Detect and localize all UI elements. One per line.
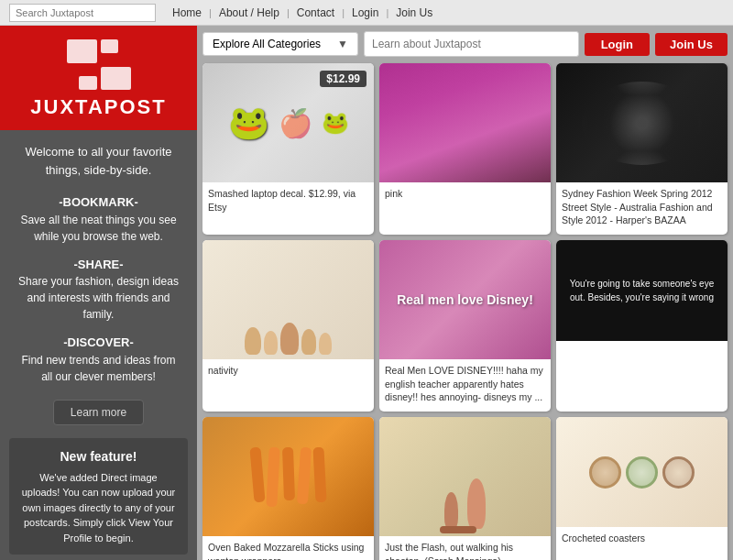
- post-image-laptop: 🐸 🍎 🐸 $12.99: [202, 63, 374, 182]
- post-caption-crochet: Crocheted coasters: [556, 527, 728, 547]
- sidebar-share-title: -SHARE-: [16, 256, 181, 274]
- sidebar-share-section: -SHARE- Share your fashion, design ideas…: [0, 250, 197, 329]
- join-us-button[interactable]: Join Us: [655, 33, 728, 56]
- nav-join-us[interactable]: Join Us: [388, 6, 440, 19]
- nav-contact[interactable]: Contact: [290, 6, 342, 19]
- post-caption-fashion: Sydney Fashion Week Spring 2012 Street S…: [556, 182, 728, 229]
- logo-cell-br: [101, 67, 131, 91]
- post-caption-disney: Real Men LOVE DISNEY!!!! haha my english…: [379, 359, 551, 406]
- content-area: Explore All Categories ▼ Login Join Us 🐸…: [197, 26, 733, 560]
- posts-grid: 🐸 🍎 🐸 $12.99 Smashed laptop decal. $12.9…: [202, 63, 728, 560]
- post-card-pink-hair[interactable]: pink: [379, 63, 551, 235]
- post-card-movie[interactable]: You're going to take someone's eye out. …: [556, 240, 728, 412]
- sidebar-bookmark-title: -BOOKMARK-: [16, 193, 181, 212]
- post-caption-pink-hair: pink: [379, 182, 551, 203]
- post-image-pink-hair: [379, 63, 551, 182]
- sidebar-discover-section: -DISCOVER- Find new trends and ideas fro…: [0, 328, 197, 390]
- sidebar: JUXTAPOST Welcome to all your favorite t…: [0, 26, 197, 560]
- top-nav: Home | About / Help | Contact | Login | …: [165, 6, 440, 19]
- nav-home[interactable]: Home: [165, 6, 209, 19]
- price-badge: $12.99: [320, 71, 366, 87]
- logo-area: JUXTAPOST: [0, 26, 197, 130]
- post-image-disney: Real men love Disney!: [379, 240, 551, 359]
- search-wrapper: [9, 4, 156, 22]
- new-feature-box: New feature! We've added Direct image up…: [9, 438, 188, 555]
- movie-quote-text: You're going to take someone's eye out. …: [556, 268, 728, 313]
- logo-cell-tr: [101, 39, 119, 53]
- post-caption-mozzarella: Oven Baked Mozzarella Sticks using wonto…: [202, 536, 374, 560]
- dropdown-arrow-icon: ▼: [337, 38, 348, 50]
- sidebar-bookmark-desc: Save all the neat things you see while y…: [16, 212, 181, 245]
- logo-cell-bl: [79, 76, 97, 90]
- new-feature-desc: We've added Direct image uploads! You ca…: [20, 470, 177, 546]
- logo-text: JUXTAPOST: [30, 95, 166, 119]
- post-image-fashion: [556, 63, 728, 182]
- post-image-crochet: [556, 417, 728, 527]
- sidebar-discover-desc: Find new trends and ideas from all our c…: [16, 352, 181, 385]
- nav-about-help[interactable]: About / Help: [212, 6, 287, 19]
- login-button[interactable]: Login: [585, 33, 650, 56]
- post-card-fashion-week[interactable]: Sydney Fashion Week Spring 2012 Street S…: [556, 63, 728, 235]
- post-card-crochet[interactable]: Crocheted coasters: [556, 417, 728, 560]
- post-caption-nativity: nativity: [202, 359, 374, 379]
- categories-label: Explore All Categories: [213, 38, 321, 50]
- post-card-flash[interactable]: Just the Flash, out walking his cheetan.…: [379, 417, 551, 560]
- search-input[interactable]: [9, 4, 156, 22]
- nav-login[interactable]: Login: [345, 6, 386, 19]
- post-image-nativity: [202, 240, 374, 359]
- post-card-disney[interactable]: Real men love Disney! Real Men LOVE DISN…: [379, 240, 551, 412]
- learn-more-button[interactable]: Learn more: [53, 400, 144, 425]
- new-feature-title: New feature!: [20, 447, 177, 467]
- logo-icon: [67, 39, 131, 90]
- disney-overlay-text: Real men love Disney!: [379, 240, 551, 359]
- sidebar-discover-title: -DISCOVER-: [16, 334, 181, 352]
- sidebar-bookmark-section: -BOOKMARK- Save all the neat things you …: [0, 188, 197, 250]
- post-card-laptop-decal[interactable]: 🐸 🍎 🐸 $12.99 Smashed laptop decal. $12.9…: [202, 63, 374, 235]
- post-image-movie: You're going to take someone's eye out. …: [556, 240, 728, 341]
- post-card-mozzarella[interactable]: Oven Baked Mozzarella Sticks using wonto…: [202, 417, 374, 560]
- categories-dropdown[interactable]: Explore All Categories ▼: [202, 32, 358, 56]
- sidebar-welcome-text: Welcome to all your favorite things, sid…: [0, 130, 197, 188]
- sidebar-share-desc: Share your fashion, design ideas and int…: [16, 273, 181, 323]
- post-caption-flash: Just the Flash, out walking his cheetan.…: [379, 536, 551, 560]
- post-image-flash: [379, 417, 551, 536]
- content-navigation: Explore All Categories ▼ Login Join Us: [202, 31, 728, 57]
- post-caption-laptop: Smashed laptop decal. $12.99, via Etsy: [202, 182, 374, 215]
- post-caption-movie: [556, 341, 728, 347]
- post-image-mozzarella: [202, 417, 374, 536]
- post-card-nativity[interactable]: nativity: [202, 240, 374, 412]
- main-wrapper: JUXTAPOST Welcome to all your favorite t…: [0, 26, 733, 560]
- top-navigation-bar: Home | About / Help | Contact | Login | …: [0, 0, 733, 26]
- logo-cell-tl: [67, 39, 97, 63]
- learn-juxtapost-input[interactable]: [364, 31, 579, 57]
